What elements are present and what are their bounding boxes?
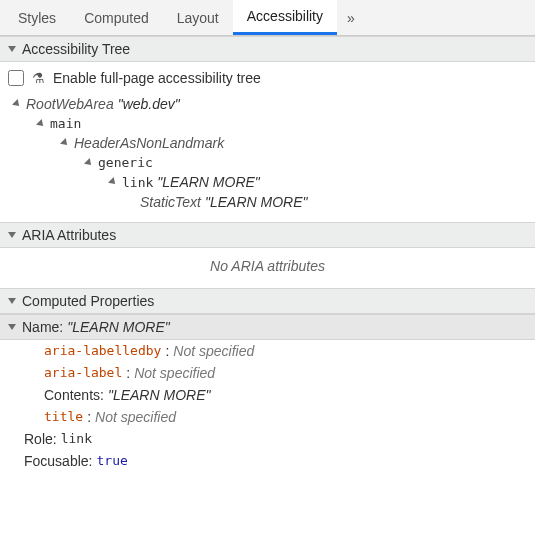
section-title: ARIA Attributes — [22, 227, 116, 243]
prop-key: Role: — [24, 431, 57, 447]
prop-row-title: title: Not specified — [0, 406, 535, 428]
tree-label: "LEARN MORE" — [157, 174, 260, 190]
tree-caret-icon — [36, 119, 46, 129]
tree-caret-icon — [12, 99, 22, 109]
tree-caret-icon — [60, 138, 70, 148]
prop-row-contents: Contents: "LEARN MORE" — [0, 384, 535, 406]
accessibility-tree-panel: ⚗ Enable full-page accessibility tree Ro… — [0, 62, 535, 222]
section-header-aria-attributes[interactable]: ARIA Attributes — [0, 222, 535, 248]
tree-role: StaticText — [140, 194, 201, 210]
computed-name-header[interactable]: Name: "LEARN MORE" — [0, 314, 535, 340]
prop-val: true — [96, 453, 127, 469]
tree-node-rootwebarea[interactable]: RootWebArea "web.dev" — [8, 94, 527, 114]
prop-key: Focusable: — [24, 453, 92, 469]
section-header-accessibility-tree[interactable]: Accessibility Tree — [0, 36, 535, 62]
prop-key: Contents: — [44, 387, 104, 403]
tree-role: generic — [98, 155, 153, 170]
enable-full-page-checkbox[interactable] — [8, 70, 24, 86]
prop-row-aria-label: aria-label: Not specified — [0, 362, 535, 384]
enable-full-page-row: ⚗ Enable full-page accessibility tree — [8, 68, 527, 94]
prop-row-aria-labelledby: aria-labelledby: Not specified — [0, 340, 535, 362]
tree-node-main[interactable]: main — [8, 114, 527, 133]
prop-val: link — [61, 431, 92, 447]
prop-val: "LEARN MORE" — [108, 387, 211, 403]
tab-styles[interactable]: Styles — [4, 0, 70, 35]
tree-caret-icon — [84, 158, 94, 168]
tree-node-statictext[interactable]: StaticText "LEARN MORE" — [8, 192, 527, 212]
disclosure-triangle-icon — [8, 232, 16, 238]
tree-role: link — [122, 175, 153, 190]
prop-key-name: Name: — [22, 319, 63, 335]
disclosure-triangle-icon — [8, 324, 16, 330]
prop-key: aria-labelledby — [44, 343, 161, 359]
tree-role: main — [50, 116, 81, 131]
tree-node-header[interactable]: HeaderAsNonLandmark — [8, 133, 527, 153]
tabs-overflow-button[interactable]: » — [337, 10, 365, 26]
tree-label: "web.dev" — [118, 96, 180, 112]
devtools-tabbar: Styles Computed Layout Accessibility » — [0, 0, 535, 36]
tab-layout[interactable]: Layout — [163, 0, 233, 35]
section-header-computed-properties[interactable]: Computed Properties — [0, 288, 535, 314]
prop-val: Not specified — [134, 365, 215, 381]
disclosure-triangle-icon — [8, 46, 16, 52]
tree-role: RootWebArea — [26, 96, 114, 112]
prop-val-name: "LEARN MORE" — [67, 319, 170, 335]
tab-accessibility[interactable]: Accessibility — [233, 0, 337, 35]
tree-label: "LEARN MORE" — [205, 194, 308, 210]
computed-properties-panel: Name: "LEARN MORE" aria-labelledby: Not … — [0, 314, 535, 472]
tree-caret-icon — [108, 177, 118, 187]
enable-full-page-label: Enable full-page accessibility tree — [53, 70, 261, 86]
prop-row-focusable: Focusable: true — [0, 450, 535, 472]
tab-computed[interactable]: Computed — [70, 0, 163, 35]
disclosure-triangle-icon — [8, 298, 16, 304]
prop-key: title — [44, 409, 83, 425]
prop-row-role: Role: link — [0, 428, 535, 450]
section-title: Computed Properties — [22, 293, 154, 309]
tree-node-generic[interactable]: generic — [8, 153, 527, 172]
prop-key: aria-label — [44, 365, 122, 381]
section-title: Accessibility Tree — [22, 41, 130, 57]
prop-val: Not specified — [173, 343, 254, 359]
tree-role: HeaderAsNonLandmark — [74, 135, 224, 151]
aria-empty-message: No ARIA attributes — [0, 248, 535, 288]
experimental-flask-icon: ⚗ — [32, 70, 45, 86]
tree-node-link[interactable]: link "LEARN MORE" — [8, 172, 527, 192]
prop-val: Not specified — [95, 409, 176, 425]
